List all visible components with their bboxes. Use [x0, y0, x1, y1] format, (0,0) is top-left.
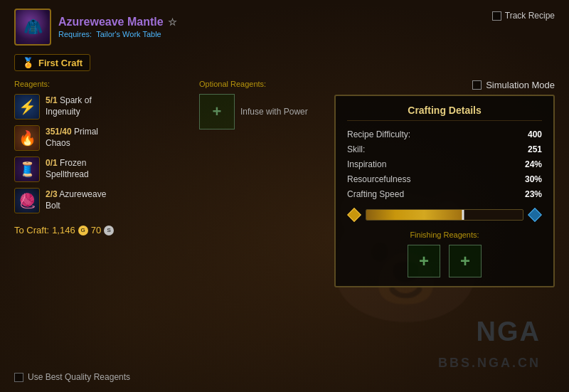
finishing-plus-0: +	[419, 251, 429, 271]
diamond-right	[528, 208, 542, 222]
optional-reagent-slot[interactable]: +	[199, 94, 235, 129]
item-icon: 🧥	[14, 9, 51, 46]
finishing-reagents-label: Finishing Reagents:	[347, 231, 542, 239]
use-best-checkbox[interactable]	[14, 373, 23, 382]
quality-bar-row	[347, 208, 542, 222]
optional-reagents-panel: Optional Reagents: + Infuse with Power	[199, 80, 313, 287]
first-craft-text: First Craft	[38, 58, 83, 68]
reagents-label: Reagents:	[14, 80, 178, 88]
finishing-plus-1: +	[460, 251, 470, 271]
reagent-item-3: 🧶 2/3 AzureweaveBolt	[14, 188, 178, 213]
stat-row-1: Skill: 251	[347, 144, 542, 154]
diamond-left	[347, 208, 361, 222]
azureweave-icon: 🧶	[14, 188, 40, 213]
star-icon[interactable]: ☆	[168, 16, 177, 28]
use-best-label: Use Best Quality Reagents	[28, 372, 130, 382]
stat-value-1: 251	[528, 144, 542, 154]
quality-bar-marker	[462, 209, 464, 221]
reagent-text-3: 2/3 AzureweaveBolt	[46, 189, 106, 211]
bottom-row: Use Best Quality Reagents	[14, 372, 130, 382]
reagent-list: ⚡ 5/1 Spark ofIngenuity 🔥 351/40 PrimalC…	[14, 94, 178, 213]
quality-bar-fill	[366, 210, 463, 220]
track-recipe-label: Track Recipe	[505, 11, 555, 21]
spellthread-icon: 🧵	[14, 157, 40, 182]
optional-reagents-label: Optional Reagents:	[199, 80, 313, 88]
crafting-details-title: Crafting Details	[347, 105, 542, 121]
reagents-panel: Reagents: ⚡ 5/1 Spark ofIngenuity 🔥 35	[14, 80, 178, 287]
requires-value: Tailor's Work Table	[96, 30, 161, 38]
finishing-slots: + +	[347, 245, 542, 277]
stat-label-1: Skill:	[347, 144, 365, 154]
to-craft-row: To Craft: 1,146 G 70 S	[14, 225, 178, 235]
content-area: Reagents: ⚡ 5/1 Spark ofIngenuity 🔥 35	[14, 80, 555, 287]
requires-label: Requires:	[58, 30, 92, 38]
quality-bar-container	[366, 209, 523, 221]
main-panel: Track Recipe 🧥 Azureweave Mantle ☆ Requi…	[0, 0, 569, 392]
stat-value-4: 23%	[525, 189, 542, 199]
stat-value-3: 30%	[525, 174, 542, 184]
gold-icon: G	[78, 226, 88, 235]
item-requires: Requires: Tailor's Work Table	[58, 30, 177, 38]
item-name-row: Azureweave Mantle ☆	[58, 16, 177, 28]
stat-row-3: Resourcefulness 30%	[347, 174, 542, 184]
simulation-row: Simulation Mode	[334, 80, 555, 90]
to-craft-gold-value: 1,146	[52, 225, 75, 235]
spark-icon: ⚡	[14, 94, 40, 120]
stat-label-0: Recipe Difficulty:	[347, 129, 410, 139]
simulation-label: Simulation Mode	[486, 80, 555, 90]
item-title-area: Azureweave Mantle ☆ Requires: Tailor's W…	[58, 16, 177, 38]
stat-label-3: Resourcefulness	[347, 174, 410, 184]
stat-value-2: 24%	[525, 159, 542, 169]
optional-reagent-item-0[interactable]: + Infuse with Power	[199, 94, 313, 129]
first-craft-icon: 🏅	[22, 57, 34, 68]
reagent-item-0: ⚡ 5/1 Spark ofIngenuity	[14, 94, 178, 120]
reagent-item-2: 🧵 0/1 FrozenSpellthread	[14, 157, 178, 182]
item-name: Azureweave Mantle	[58, 16, 164, 28]
item-header: 🧥 Azureweave Mantle ☆ Requires: Tailor's…	[14, 9, 555, 46]
to-craft-label: To Craft:	[14, 225, 49, 235]
stat-row-2: Inspiration 24%	[347, 159, 542, 169]
finishing-slot-0[interactable]: +	[408, 245, 440, 277]
optional-reagent-label: Infuse with Power	[240, 107, 308, 117]
quality-diamond-left	[347, 208, 361, 222]
quality-diamond-right	[528, 208, 542, 222]
primal-chaos-icon: 🔥	[14, 125, 40, 151]
silver-icon: S	[104, 226, 114, 235]
stat-label-4: Crafting Speed	[347, 189, 404, 199]
to-craft-silver-value: 70	[91, 225, 101, 235]
crafting-details-panel-wrapper: Simulation Mode Crafting Details Recipe …	[334, 80, 555, 287]
crafting-details-box: Crafting Details Recipe Difficulty: 400 …	[334, 95, 555, 287]
reagent-text-0: 5/1 Spark ofIngenuity	[46, 95, 92, 117]
optional-plus-icon: +	[213, 102, 222, 121]
reagent-item-1: 🔥 351/40 PrimalChaos	[14, 125, 178, 151]
stat-value-0: 400	[528, 129, 542, 139]
track-recipe-checkbox[interactable]	[492, 11, 501, 21]
stat-row-4: Crafting Speed 23%	[347, 189, 542, 199]
reagent-text-2: 0/1 FrozenSpellthread	[46, 158, 89, 180]
stat-row-0: Recipe Difficulty: 400	[347, 129, 542, 139]
first-craft-badge: 🏅 First Craft	[14, 54, 90, 71]
track-recipe-row: Track Recipe	[492, 11, 555, 21]
stat-label-2: Inspiration	[347, 159, 386, 169]
finishing-slot-1[interactable]: +	[449, 245, 482, 277]
reagent-text-1: 351/40 PrimalChaos	[46, 127, 98, 149]
simulation-checkbox[interactable]	[472, 80, 482, 90]
